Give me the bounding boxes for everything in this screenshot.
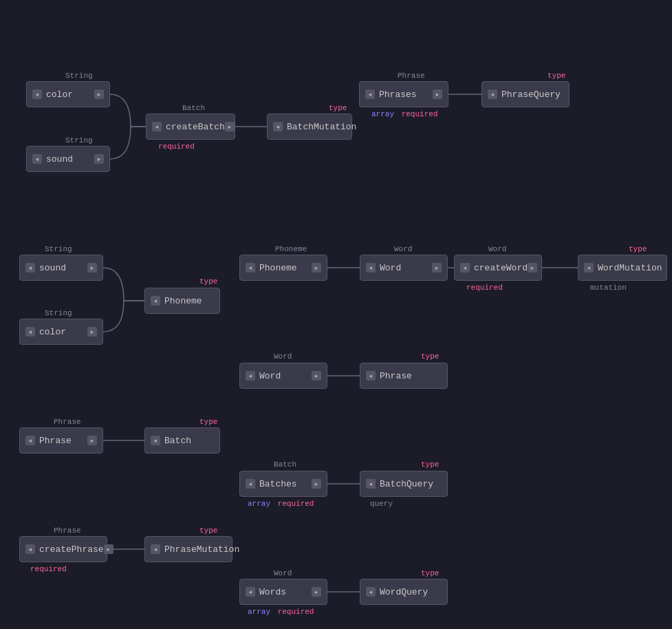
node-createBatch: ◄ createBatch ► (146, 114, 235, 140)
node-phraseMutation: ◄ PhraseMutation (144, 536, 232, 562)
label-phraseMutation: PhraseMutation (164, 544, 239, 555)
port-left-phrase1[interactable]: ◄ (366, 371, 376, 381)
port-left-createBatch[interactable]: ◄ (152, 122, 162, 131)
port-left-batches[interactable]: ◄ (246, 479, 255, 489)
node-wordQuery: ◄ WordQuery (360, 579, 448, 605)
string-label-color1: String (65, 72, 93, 80)
label-batch1: Batch (164, 436, 191, 446)
sublabel-array-phrases: array required (371, 110, 437, 118)
namelabel-createPhrase: Phrase (54, 526, 81, 535)
port-left-sound1[interactable]: ◄ (32, 154, 42, 164)
port-right-color2[interactable]: ► (87, 327, 97, 337)
port-left-batch1[interactable]: ◄ (151, 436, 160, 445)
node-sound1: ◄ sound ► (26, 146, 110, 172)
node-color2: ◄ color ► (19, 319, 103, 345)
label-createWord: createWord (474, 263, 528, 273)
label-phoneme1: Phoneme (164, 296, 202, 306)
label-batches: Batches (259, 479, 297, 489)
typelabel-wordMutation: type (629, 245, 647, 253)
port-right-createBatch[interactable]: ► (225, 122, 235, 131)
namelabel-word2: Word (274, 352, 292, 361)
port-right-batches[interactable]: ► (312, 479, 321, 489)
node-word1: ◄ Word ► (360, 255, 448, 281)
node-color1: ◄ color ► (26, 81, 110, 107)
node-phoneme2: ◄ Phoneme ► (239, 255, 327, 281)
label-word2: Word (259, 371, 281, 381)
node-phraseQuery: ◄ PhraseQuery (481, 81, 570, 107)
port-left-phoneme1[interactable]: ◄ (151, 296, 160, 306)
port-right-words[interactable]: ► (312, 587, 321, 597)
namelabel-phoneme2: Phoneme (275, 245, 307, 253)
label-sound1: sound (46, 154, 73, 164)
string-label-color2: String (45, 309, 72, 317)
sublabel-array-words: array required (248, 608, 314, 616)
port-left-sound2[interactable]: ◄ (25, 263, 35, 273)
label-phrases: Phrases (379, 89, 417, 100)
node-phrase1: ◄ Phrase (360, 363, 448, 389)
typelabel-phraseMutation: type (199, 526, 217, 535)
node-createWord: ◄ createWord ► (454, 255, 542, 281)
port-left-phrase2[interactable]: ◄ (25, 436, 35, 445)
port-right-word2[interactable]: ► (312, 371, 321, 381)
label-wordMutation: WordMutation (598, 263, 662, 273)
port-left-wordMutation[interactable]: ◄ (584, 263, 594, 273)
port-left-words[interactable]: ◄ (246, 587, 255, 597)
node-batch1: ◄ Batch (144, 427, 220, 454)
port-left-color2[interactable]: ◄ (25, 327, 35, 337)
node-phrase2: ◄ Phrase ► (19, 427, 103, 454)
node-sound2: ◄ sound ► (19, 255, 103, 281)
port-right-color1[interactable]: ► (94, 89, 104, 99)
typelabel-wordQuery: type (421, 569, 439, 577)
label-batchQuery: BatchQuery (380, 479, 433, 489)
namelabel-createWord: Word (488, 245, 506, 253)
port-left-batchQuery[interactable]: ◄ (366, 479, 376, 489)
label-phoneme2: Phoneme (259, 263, 297, 273)
port-left-wordQuery[interactable]: ◄ (366, 587, 376, 597)
label-words: Words (259, 587, 286, 597)
label-wordQuery: WordQuery (380, 587, 428, 597)
namelabel-words: Word (274, 569, 292, 577)
port-right-word1[interactable]: ► (432, 263, 442, 273)
label-phraseQuery: PhraseQuery (501, 89, 561, 100)
port-right-createWord[interactable]: ► (528, 263, 537, 273)
port-right-sound2[interactable]: ► (87, 263, 97, 273)
namelabel-word1: Word (394, 245, 412, 253)
typelabel-batch1: type (199, 418, 217, 426)
node-phrases: ◄ Phrases ► (359, 81, 448, 107)
port-left-batchMutation[interactable]: ◄ (273, 122, 283, 131)
string-label-sound2: String (45, 245, 72, 253)
namelabel-phrase2: Phrase (54, 418, 81, 426)
port-right-createPhrase[interactable]: ► (104, 544, 113, 554)
sublabel-query-batchQuery: query (370, 500, 393, 508)
port-right-phoneme2[interactable]: ► (312, 263, 321, 273)
label-createPhrase: createPhrase (39, 544, 104, 555)
typelabel-batchMutation: type (329, 104, 347, 112)
port-left-phoneme2[interactable]: ◄ (246, 263, 255, 273)
port-right-phrases[interactable]: ► (433, 89, 442, 99)
string-label-sound1: String (65, 136, 93, 145)
port-left-color1[interactable]: ◄ (32, 89, 42, 99)
label-color1: color (46, 89, 73, 100)
node-batchQuery: ◄ BatchQuery (360, 471, 448, 497)
node-wordMutation: ◄ WordMutation (578, 255, 667, 281)
sublabel-required-createWord: required (466, 284, 503, 292)
port-left-createPhrase[interactable]: ◄ (25, 544, 35, 554)
port-left-phrases[interactable]: ◄ (365, 89, 375, 99)
namelabel-createBatch: Batch (182, 104, 205, 112)
port-left-phraseQuery[interactable]: ◄ (488, 89, 497, 99)
port-left-createWord[interactable]: ◄ (460, 263, 470, 273)
sublabel-required-createPhrase: required (30, 565, 67, 573)
node-batchMutation: ◄ BatchMutation (267, 114, 352, 140)
port-left-word1[interactable]: ◄ (366, 263, 376, 273)
label-word1: Word (380, 263, 401, 273)
label-sound2: sound (39, 263, 66, 273)
port-right-phrase2[interactable]: ► (87, 436, 97, 445)
label-phrase2: Phrase (39, 436, 72, 446)
node-word2: ◄ Word ► (239, 363, 327, 389)
port-right-sound1[interactable]: ► (94, 154, 104, 164)
typelabel-phraseQuery: type (548, 72, 565, 80)
node-batches: ◄ Batches ► (239, 471, 327, 497)
port-left-word2[interactable]: ◄ (246, 371, 255, 381)
typelabel-batchQuery: type (421, 460, 439, 469)
port-left-phraseMutation[interactable]: ◄ (151, 544, 160, 554)
